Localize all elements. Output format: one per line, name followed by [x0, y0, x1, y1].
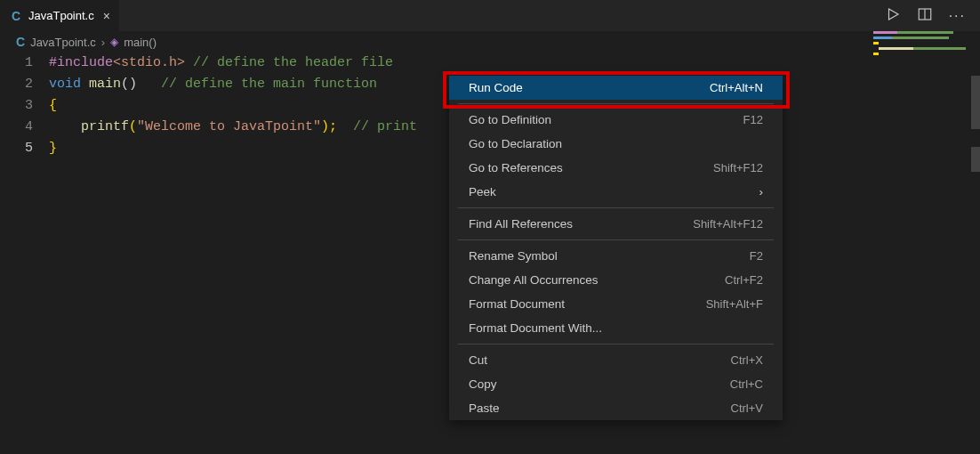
run-icon[interactable] [885, 6, 901, 26]
line-number: 2 [0, 74, 33, 95]
menu-item-shortcut: Ctrl+C [730, 377, 763, 391]
menu-item-shortcut: F12 [743, 113, 763, 126]
code-line: #include<stdio.h> // define the header f… [49, 53, 980, 74]
menu-item-label: Format Document [469, 297, 565, 311]
chevron-right-icon: › [759, 185, 764, 199]
breadcrumb[interactable]: C JavaTpoint.c › ◈ main() [0, 31, 980, 53]
breadcrumb-symbol[interactable]: main() [124, 36, 157, 49]
menu-item-shortcut: Shift+F12 [713, 161, 763, 174]
menu-separator [458, 103, 774, 104]
tab-javatpoint-c[interactable]: C JavaTpoint.c × [0, 0, 120, 31]
scrollbar-thumb[interactable] [971, 147, 980, 172]
menu-item-shortcut: Shift+Alt+F12 [693, 217, 763, 231]
symbol-method-icon: ◈ [110, 36, 118, 48]
menu-item-label: Go to Definition [469, 113, 551, 126]
menu-item-change-all-occurrences[interactable]: Change All OccurrencesCtrl+F2 [449, 268, 783, 292]
menu-item-shortcut: Ctrl+Alt+N [710, 81, 763, 94]
close-tab-icon[interactable]: × [103, 9, 110, 23]
editor-actions: ··· [885, 6, 980, 26]
tab-filename: JavaTpoint.c [28, 9, 94, 22]
tabs-container: C JavaTpoint.c × [0, 0, 120, 31]
vertical-scrollbar[interactable] [968, 31, 980, 454]
menu-item-label: Find All References [469, 217, 573, 231]
chevron-right-icon: › [101, 36, 105, 49]
menu-item-label: Paste [469, 401, 500, 415]
menu-item-shortcut: Ctrl+V [731, 401, 763, 415]
title-bar: C JavaTpoint.c × ··· [0, 0, 980, 31]
line-number: 5 [0, 138, 33, 159]
c-file-icon: C [9, 9, 23, 23]
menu-item-label: Peek [469, 185, 496, 199]
menu-item-go-to-declaration[interactable]: Go to Declaration [449, 132, 783, 156]
menu-separator [458, 344, 774, 345]
menu-separator [458, 207, 774, 208]
menu-item-shortcut: Ctrl+X [731, 353, 763, 367]
line-number: 3 [0, 95, 33, 117]
split-editor-icon[interactable] [917, 6, 933, 26]
line-numbers: 1 2 3 4 5 [0, 53, 49, 159]
menu-item-label: Copy [469, 377, 497, 391]
context-menu: Run CodeCtrl+Alt+NGo to DefinitionF12Go … [449, 76, 783, 420]
menu-item-cut[interactable]: CutCtrl+X [449, 348, 783, 372]
menu-item-shortcut: F2 [750, 249, 763, 263]
menu-item-label: Cut [469, 353, 487, 367]
menu-item-label: Format Document With... [469, 321, 602, 335]
more-actions-icon[interactable]: ··· [949, 8, 966, 24]
menu-item-go-to-references[interactable]: Go to ReferencesShift+F12 [449, 156, 783, 180]
menu-item-go-to-definition[interactable]: Go to DefinitionF12 [449, 108, 783, 132]
menu-item-peek[interactable]: Peek› [449, 180, 783, 204]
menu-item-format-document-with[interactable]: Format Document With... [449, 316, 783, 340]
menu-separator [458, 239, 774, 240]
menu-item-copy[interactable]: CopyCtrl+C [449, 372, 783, 396]
breadcrumb-file[interactable]: JavaTpoint.c [30, 36, 96, 49]
menu-item-label: Change All Occurrences [469, 273, 598, 287]
line-number: 4 [0, 117, 33, 138]
menu-item-format-document[interactable]: Format DocumentShift+Alt+F [449, 292, 783, 316]
menu-item-label: Run Code [469, 81, 523, 94]
scrollbar-thumb[interactable] [971, 76, 980, 129]
menu-item-shortcut: Ctrl+F2 [725, 273, 763, 287]
menu-item-run-code[interactable]: Run CodeCtrl+Alt+N [449, 76, 783, 100]
line-number: 1 [0, 53, 33, 74]
menu-item-find-all-references[interactable]: Find All ReferencesShift+Alt+F12 [449, 212, 783, 236]
menu-item-rename-symbol[interactable]: Rename SymbolF2 [449, 244, 783, 268]
minimap[interactable] [873, 31, 968, 86]
menu-item-shortcut: Shift+Alt+F [706, 297, 763, 311]
menu-item-label: Rename Symbol [469, 249, 558, 263]
menu-item-label: Go to References [469, 161, 563, 174]
menu-item-paste[interactable]: PasteCtrl+V [449, 396, 783, 420]
c-file-icon: C [16, 35, 25, 49]
menu-item-label: Go to Declaration [469, 137, 562, 150]
